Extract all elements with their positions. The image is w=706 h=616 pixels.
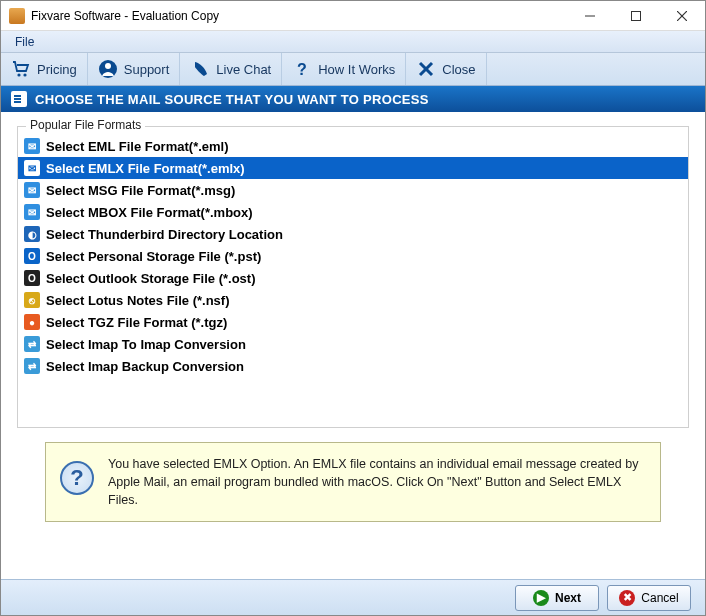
help-icon: ? bbox=[60, 461, 94, 495]
info-box: ? You have selected EMLX Option. An EMLX… bbox=[45, 442, 661, 522]
toolbar-close[interactable]: Close bbox=[406, 53, 486, 85]
next-label: Next bbox=[555, 591, 581, 605]
format-icon: ● bbox=[24, 314, 40, 330]
format-label: Select Thunderbird Directory Location bbox=[46, 227, 283, 242]
format-icon: ✉ bbox=[24, 138, 40, 154]
svg-text:?: ? bbox=[297, 61, 307, 78]
format-label: Select MSG File Format(*.msg) bbox=[46, 183, 235, 198]
menubar: File bbox=[1, 31, 705, 53]
format-icon: ◐ bbox=[24, 226, 40, 242]
format-icon: O bbox=[24, 270, 40, 286]
format-label: Select Outlook Storage File (*.ost) bbox=[46, 271, 255, 286]
format-option[interactable]: ◐Select Thunderbird Directory Location bbox=[18, 223, 688, 245]
window-title: Fixvare Software - Evaluation Copy bbox=[31, 9, 567, 23]
question-icon: ? bbox=[292, 59, 312, 79]
minimize-button[interactable] bbox=[567, 1, 613, 31]
phone-icon bbox=[190, 59, 210, 79]
format-option[interactable]: ●Select TGZ File Format (*.tgz) bbox=[18, 311, 688, 333]
svg-point-5 bbox=[23, 73, 26, 76]
format-option[interactable]: ✉Select MSG File Format(*.msg) bbox=[18, 179, 688, 201]
next-icon: ▶ bbox=[533, 590, 549, 606]
format-option[interactable]: ⇄Select Imap To Imap Conversion bbox=[18, 333, 688, 355]
banner-text: CHOOSE THE MAIL SOURCE THAT YOU WANT TO … bbox=[35, 92, 429, 107]
format-label: Select EMLX File Format(*.emlx) bbox=[46, 161, 245, 176]
format-option[interactable]: ✉Select EMLX File Format(*.emlx) bbox=[18, 157, 688, 179]
maximize-button[interactable] bbox=[613, 1, 659, 31]
toolbar-livechat-label: Live Chat bbox=[216, 62, 271, 77]
format-option[interactable]: ⎋Select Lotus Notes File (*.nsf) bbox=[18, 289, 688, 311]
toolbar-pricing-label: Pricing bbox=[37, 62, 77, 77]
menu-file[interactable]: File bbox=[7, 32, 42, 52]
format-icon: ⇄ bbox=[24, 358, 40, 374]
svg-point-4 bbox=[17, 73, 20, 76]
cancel-button[interactable]: ✖ Cancel bbox=[607, 585, 691, 611]
format-label: Select TGZ File Format (*.tgz) bbox=[46, 315, 227, 330]
app-icon bbox=[9, 8, 25, 24]
format-label: Select EML File Format(*.eml) bbox=[46, 139, 229, 154]
format-icon: ✉ bbox=[24, 160, 40, 176]
toolbar-support[interactable]: Support bbox=[88, 53, 181, 85]
cancel-label: Cancel bbox=[641, 591, 678, 605]
cart-icon bbox=[11, 59, 31, 79]
format-label: Select Lotus Notes File (*.nsf) bbox=[46, 293, 229, 308]
toolbar-close-label: Close bbox=[442, 62, 475, 77]
info-message: You have selected EMLX Option. An EMLX f… bbox=[108, 455, 646, 509]
format-icon: O bbox=[24, 248, 40, 264]
format-icon: ⎋ bbox=[24, 292, 40, 308]
toolbar-livechat[interactable]: Live Chat bbox=[180, 53, 282, 85]
svg-point-7 bbox=[105, 63, 111, 69]
toolbar-howitworks-label: How It Works bbox=[318, 62, 395, 77]
formats-legend: Popular File Formats bbox=[26, 118, 145, 132]
toolbar-howitworks[interactable]: ? How It Works bbox=[282, 53, 406, 85]
next-button[interactable]: ▶ Next bbox=[515, 585, 599, 611]
toolbar: Pricing Support Live Chat ? How It Works… bbox=[1, 53, 705, 86]
format-label: Select Imap Backup Conversion bbox=[46, 359, 244, 374]
format-option[interactable]: ⇄Select Imap Backup Conversion bbox=[18, 355, 688, 377]
close-window-button[interactable] bbox=[659, 1, 705, 31]
format-icon: ⇄ bbox=[24, 336, 40, 352]
close-icon bbox=[416, 59, 436, 79]
titlebar: Fixvare Software - Evaluation Copy bbox=[1, 1, 705, 31]
format-label: Select MBOX File Format(*.mbox) bbox=[46, 205, 253, 220]
footer: ▶ Next ✖ Cancel bbox=[1, 579, 705, 615]
support-icon bbox=[98, 59, 118, 79]
cancel-icon: ✖ bbox=[619, 590, 635, 606]
formats-fieldset: Popular File Formats ✉Select EML File Fo… bbox=[17, 126, 689, 428]
toolbar-support-label: Support bbox=[124, 62, 170, 77]
toolbar-pricing[interactable]: Pricing bbox=[1, 53, 88, 85]
format-option[interactable]: OSelect Outlook Storage File (*.ost) bbox=[18, 267, 688, 289]
format-option[interactable]: OSelect Personal Storage File (*.pst) bbox=[18, 245, 688, 267]
document-icon bbox=[11, 91, 27, 107]
format-option[interactable]: ✉Select EML File Format(*.eml) bbox=[18, 135, 688, 157]
format-option[interactable]: ✉Select MBOX File Format(*.mbox) bbox=[18, 201, 688, 223]
format-icon: ✉ bbox=[24, 204, 40, 220]
format-label: Select Personal Storage File (*.pst) bbox=[46, 249, 261, 264]
banner: CHOOSE THE MAIL SOURCE THAT YOU WANT TO … bbox=[1, 86, 705, 112]
svg-rect-1 bbox=[632, 11, 641, 20]
format-icon: ✉ bbox=[24, 182, 40, 198]
format-label: Select Imap To Imap Conversion bbox=[46, 337, 246, 352]
